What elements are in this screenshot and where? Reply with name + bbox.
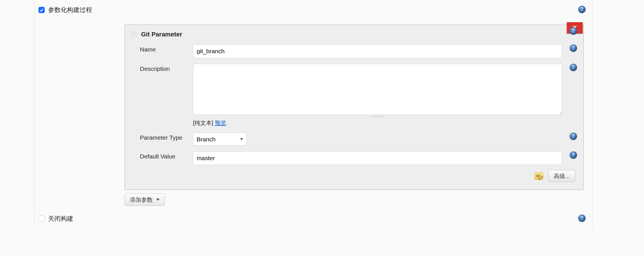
description-label: Description	[140, 64, 193, 72]
drag-handle-icon[interactable]	[131, 31, 138, 38]
parameter-type-select[interactable]: Branch	[193, 133, 246, 146]
default-value-label: Default Value	[140, 151, 193, 160]
parameter-type-label: Parameter Type	[140, 133, 193, 141]
help-icon[interactable]	[570, 64, 577, 73]
disable-build-checkbox[interactable]	[38, 216, 45, 222]
advanced-row: 高级...	[125, 169, 583, 183]
disable-build-section: 关闭构建	[34, 214, 592, 229]
parameterized-checkbox[interactable]	[38, 7, 45, 13]
help-icon[interactable]	[578, 6, 586, 15]
preview-link[interactable]: 预览	[215, 120, 226, 126]
name-label: Name	[140, 44, 193, 53]
description-helper: [纯文本] 预览	[193, 119, 562, 127]
add-parameter-row: 添加参数	[125, 193, 584, 206]
caret-down-icon	[156, 199, 160, 201]
parameterized-label: 参数化构建过程	[48, 6, 92, 14]
help-icon[interactable]	[570, 133, 577, 141]
edit-icon[interactable]	[535, 172, 543, 180]
parameter-type-select-wrap: Branch	[193, 133, 246, 146]
plaintext-hint: [纯文本]	[193, 120, 213, 126]
disable-build-label: 关闭构建	[48, 214, 73, 223]
parameters-container: X Git Parameter Name Description	[125, 24, 584, 206]
help-icon[interactable]	[578, 214, 586, 223]
parameterized-build-row: 参数化构建过程	[34, 5, 592, 15]
help-icon[interactable]	[570, 151, 577, 160]
advanced-button[interactable]: 高级...	[548, 170, 575, 182]
disable-build-row: 关闭构建	[34, 214, 592, 224]
description-textarea[interactable]	[193, 64, 562, 115]
parameter-type-row: Parameter Type Branch	[125, 131, 583, 150]
help-icon[interactable]	[570, 44, 577, 53]
help-icon[interactable]	[570, 27, 577, 36]
config-panel: 参数化构建过程 X Git Parameter Name	[34, 0, 593, 229]
checkmark-icon	[40, 8, 44, 12]
textarea-resize-grip-icon[interactable]	[193, 116, 562, 117]
default-value-input[interactable]	[193, 151, 562, 165]
description-row: Description [纯文本] 预览	[125, 62, 583, 131]
git-parameter-chunk: X Git Parameter Name Description	[125, 24, 584, 190]
add-parameter-label: 添加参数	[130, 196, 153, 204]
name-row: Name	[125, 43, 583, 62]
add-parameter-button[interactable]: 添加参数	[125, 193, 165, 206]
chunk-title: Git Parameter	[141, 31, 182, 38]
name-input[interactable]	[193, 44, 562, 58]
chunk-header: Git Parameter	[125, 28, 583, 43]
default-value-row: Default Value	[125, 150, 583, 169]
